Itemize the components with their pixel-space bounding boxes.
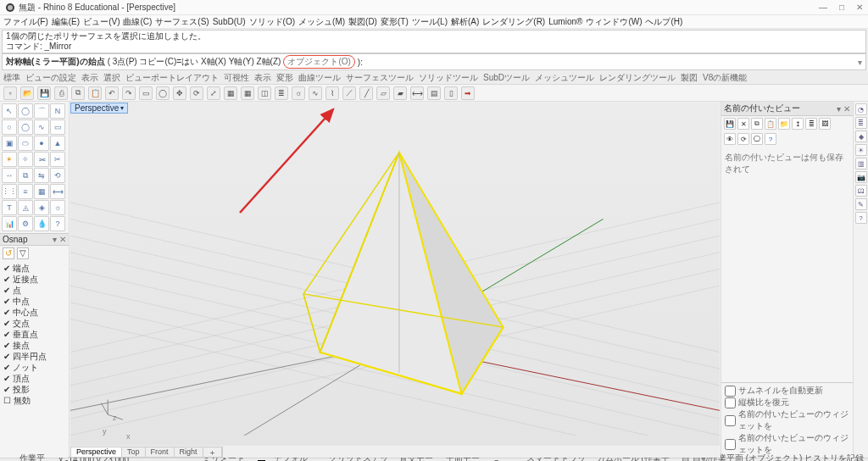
sphere-icon[interactable]: ◯ xyxy=(156,86,170,100)
redo-icon[interactable]: ↷ xyxy=(122,86,136,100)
osnap-item[interactable]: ✔ 交点 xyxy=(3,318,65,329)
trim-icon[interactable]: ✂ xyxy=(50,152,65,167)
sphere2-icon[interactable]: ● xyxy=(34,136,49,151)
osnap-item[interactable]: ✔ 四半円点 xyxy=(3,351,65,362)
cplane-label[interactable]: 作業平面 xyxy=(19,453,50,462)
display-icon[interactable]: ▥ xyxy=(855,158,867,169)
osnap-item-disabled[interactable]: ☐ 無効 xyxy=(3,395,65,406)
copy-icon[interactable]: ⧉ xyxy=(71,86,85,100)
toolbar-tab[interactable]: ビューポートレイアウト xyxy=(125,72,219,84)
option-check[interactable]: サムネイルを自動更新 xyxy=(725,385,849,397)
menu-item[interactable]: ヘルプ(H) xyxy=(645,16,682,28)
move2-icon[interactable]: ↔ xyxy=(2,168,17,183)
maximize-button[interactable]: □ xyxy=(839,3,844,12)
toolbar-tab[interactable]: サーフェスツール xyxy=(346,72,414,84)
toolbar-tab[interactable]: メッシュツール xyxy=(535,72,594,84)
menu-item[interactable]: サーフェス(S) xyxy=(155,16,209,28)
osnap-item[interactable]: ✔ 投影 xyxy=(3,384,65,395)
panel-menu-icon[interactable]: ▾ ✕ xyxy=(837,104,850,114)
rotate-icon[interactable]: ⟳ xyxy=(190,86,203,100)
copy2-icon[interactable]: ⧉ xyxy=(18,168,33,183)
osnap-item[interactable]: ✔ 端点 xyxy=(3,263,65,274)
undo-icon[interactable]: ↶ xyxy=(105,86,119,100)
toolbar-tab[interactable]: V8の新機能 xyxy=(703,72,747,84)
save-icon[interactable]: 💾 xyxy=(37,86,51,100)
image-icon[interactable]: 🖼 xyxy=(819,118,831,130)
menu-item[interactable]: SubD(U) xyxy=(213,17,246,26)
menu-item[interactable]: 製図(D) xyxy=(348,16,377,28)
option-check[interactable]: 名前の付いたビューのウィジェットを xyxy=(725,408,849,432)
close-button[interactable]: ✕ xyxy=(856,3,863,12)
join-icon[interactable]: ⫘ xyxy=(34,152,49,167)
save-view-icon[interactable]: 💾 xyxy=(724,118,736,130)
help3-icon[interactable]: ? xyxy=(855,212,867,224)
viewport-tab-add[interactable]: ＋ xyxy=(203,447,222,457)
viewport-title[interactable]: Perspective ▾ xyxy=(70,103,128,114)
filter-icon[interactable]: ▽ xyxy=(17,247,29,259)
folder-icon[interactable]: 📁 xyxy=(778,118,790,130)
grid3-icon[interactable]: ▦ xyxy=(34,184,49,199)
curve2-icon[interactable]: ⌇ xyxy=(326,86,339,100)
scale-icon[interactable]: ⤢ xyxy=(207,86,220,100)
cplane-icon[interactable]: ◫ xyxy=(258,86,271,100)
circle-icon[interactable]: ○ xyxy=(2,119,17,135)
viewport-tab[interactable]: Right xyxy=(175,447,203,457)
render-icon[interactable]: ☼ xyxy=(292,86,305,100)
toolbar-tab[interactable]: 標準 xyxy=(3,72,20,84)
analyze-icon[interactable]: 📊 xyxy=(2,216,17,231)
viewport-canvas[interactable]: z y x xyxy=(70,103,720,446)
subd-icon[interactable]: ◈ xyxy=(34,200,49,215)
osnap-item[interactable]: ✔ 垂直点 xyxy=(3,329,65,340)
wall-icon[interactable]: ▤ xyxy=(427,86,441,100)
arc-icon[interactable]: ⌒ xyxy=(34,103,49,119)
toolbar-tab[interactable]: 曲線ツール xyxy=(298,72,341,84)
osnap-item[interactable]: ✔ 中点 xyxy=(3,296,65,307)
osnap-item[interactable]: ✔ 近接点 xyxy=(3,274,65,285)
surf2-icon[interactable]: ▰ xyxy=(393,86,407,100)
osnap-item[interactable]: ✔ 接点 xyxy=(3,340,65,351)
point-icon[interactable]: ✶ xyxy=(2,152,17,167)
cyl-icon[interactable]: ⬭ xyxy=(18,136,33,151)
toolbar-tab[interactable]: 選択 xyxy=(103,72,120,84)
lights-icon[interactable]: ☀ xyxy=(855,144,867,156)
line2-icon[interactable]: ╱ xyxy=(359,86,373,100)
rect-icon[interactable]: ▭ xyxy=(50,119,65,135)
osnap-item[interactable]: ✔ ノット xyxy=(3,362,65,373)
materials-icon[interactable]: ◆ xyxy=(855,131,867,142)
viewport-tab[interactable]: Perspective xyxy=(71,447,122,457)
chevron-down-icon[interactable]: ▾ xyxy=(120,104,124,112)
curve1-icon[interactable]: ∿ xyxy=(309,86,322,100)
osnap-item[interactable]: ✔ 頂点 xyxy=(3,373,65,384)
toolbar-tab[interactable]: 変形 xyxy=(276,72,293,84)
grid2-icon[interactable]: ▦ xyxy=(241,86,254,100)
notes-icon[interactable]: ✎ xyxy=(855,198,867,210)
misc-icon[interactable]: ⚙ xyxy=(18,216,33,231)
minimize-button[interactable]: ― xyxy=(819,3,827,12)
grid-icon[interactable]: ▦ xyxy=(224,86,237,100)
cone-icon[interactable]: ▲ xyxy=(50,136,65,151)
paste-view-icon[interactable]: 📋 xyxy=(765,118,776,130)
osnap-item[interactable]: ✔ 中心点 xyxy=(3,307,65,318)
align-icon[interactable]: ≡ xyxy=(18,184,33,199)
drop-icon[interactable]: 💧 xyxy=(34,216,49,231)
toolbar-tab[interactable]: 製図 xyxy=(681,72,698,84)
camera-icon[interactable]: 📷 xyxy=(855,171,867,183)
menu-item[interactable]: ソリッド(O) xyxy=(249,16,295,28)
properties-icon[interactable]: ◔ xyxy=(855,103,867,115)
osnap-reset-icon[interactable]: ↺ xyxy=(3,247,14,259)
light-icon[interactable]: ✧ xyxy=(18,152,33,167)
open-icon[interactable]: 📂 xyxy=(20,86,34,100)
toolbar-tab[interactable]: SubDツール xyxy=(483,72,530,84)
library-icon[interactable]: 🕮 xyxy=(855,185,867,197)
eye-icon[interactable]: 👁 xyxy=(724,133,736,145)
help-icon[interactable]: ? xyxy=(50,216,65,231)
menu-item[interactable]: 変形(T) xyxy=(381,16,409,28)
osnap-panel-title[interactable]: Osnap ▾ ✕ xyxy=(0,233,69,246)
toolbar-tab[interactable]: ソリッドツール xyxy=(419,72,478,84)
print-icon[interactable]: ⎙ xyxy=(54,86,68,100)
extrude-icon[interactable]: ▯ xyxy=(444,86,458,100)
mesh-icon[interactable]: ◬ xyxy=(18,200,33,215)
sync-icon[interactable]: ⟳ xyxy=(737,133,749,145)
menu-item[interactable]: レンダリング(R) xyxy=(482,16,545,28)
monitor-icon[interactable]: 🖵 xyxy=(751,133,763,145)
